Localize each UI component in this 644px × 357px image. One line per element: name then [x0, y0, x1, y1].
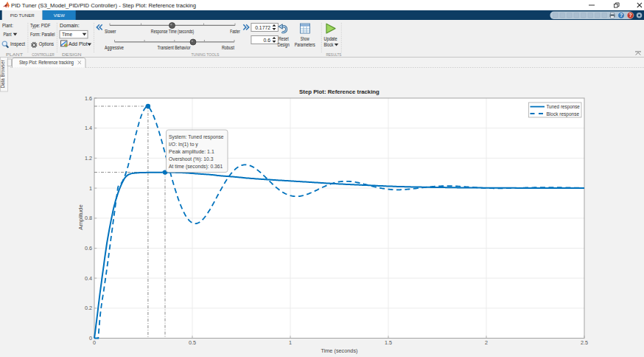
svg-text:PLANT: PLANT: [6, 52, 23, 57]
svg-text:PID TUNER: PID TUNER: [10, 13, 35, 18]
svg-text:0: 0: [89, 335, 92, 342]
svg-text:Time (seconds): Time (seconds): [321, 347, 357, 354]
svg-text:0.8: 0.8: [85, 215, 92, 221]
svg-text:0.6: 0.6: [264, 38, 271, 43]
svg-text:Options: Options: [39, 41, 55, 47]
svg-text:1: 1: [289, 339, 292, 346]
svg-text:2.5: 2.5: [581, 339, 588, 346]
svg-text:0.4: 0.4: [85, 275, 92, 282]
svg-text:Show: Show: [301, 36, 309, 41]
svg-text:CONTROLLER: CONTROLLER: [32, 52, 55, 57]
svg-text:Inspect: Inspect: [10, 41, 25, 47]
svg-text:VIEW: VIEW: [54, 13, 65, 18]
svg-text:Overshoot (%): 10.3: Overshoot (%): 10.3: [169, 156, 213, 162]
svg-text:Response Time (seconds): Response Time (seconds): [151, 29, 194, 35]
svg-text:Faster: Faster: [230, 29, 240, 34]
svg-text:1.4: 1.4: [85, 125, 92, 131]
svg-text:Data Browser: Data Browser: [0, 60, 5, 89]
svg-text:Type: PIDF: Type: PIDF: [30, 23, 51, 29]
svg-text:Robust: Robust: [222, 45, 234, 50]
svg-text:Time: Time: [62, 32, 72, 37]
svg-text:0.5: 0.5: [189, 339, 196, 346]
svg-text:Tuned response: Tuned response: [547, 104, 580, 110]
svg-text:Amplitude: Amplitude: [77, 204, 84, 230]
svg-text:Reset: Reset: [279, 36, 289, 41]
svg-text:0.2: 0.2: [85, 305, 92, 311]
svg-text:TUNING TOOLS: TUNING TOOLS: [191, 52, 219, 57]
svg-text:Add Plot: Add Plot: [69, 41, 88, 46]
svg-text:Block response: Block response: [547, 111, 580, 117]
svg-text:Transient Behavior: Transient Behavior: [158, 45, 192, 50]
svg-text:At time (seconds): 0.361: At time (seconds): 0.361: [169, 163, 223, 170]
svg-text:Aggressive: Aggressive: [105, 45, 124, 51]
svg-text:1.5: 1.5: [385, 339, 392, 346]
svg-text:Step Plot: Reference tracking: Step Plot: Reference tracking: [299, 89, 379, 95]
svg-text:0.6: 0.6: [85, 245, 92, 252]
svg-text:I/O: In(1) to y: I/O: In(1) to y: [169, 141, 198, 148]
svg-text:Block: Block: [324, 42, 335, 47]
svg-text:?: ?: [620, 13, 623, 18]
svg-text:1: 1: [89, 185, 92, 192]
svg-text:Design: Design: [278, 42, 290, 48]
svg-text:RESULTS: RESULTS: [326, 52, 341, 57]
svg-text:DESIGN: DESIGN: [62, 52, 82, 57]
svg-text:System: Tuned response: System: Tuned response: [169, 134, 224, 140]
svg-text:Domain:: Domain:: [60, 23, 80, 28]
svg-text:0: 0: [93, 339, 96, 346]
svg-text:Plant:: Plant:: [2, 23, 13, 28]
svg-text:Parameters: Parameters: [295, 42, 316, 47]
svg-text:Form: Parallel: Form: Parallel: [30, 32, 55, 37]
svg-text:Slower: Slower: [105, 29, 116, 34]
svg-text:1.6: 1.6: [85, 95, 92, 102]
svg-text:Step Plot: Reference tracking: Step Plot: Reference tracking: [19, 60, 74, 66]
svg-text:PID Tuner (S3_Model_PID/PID Co: PID Tuner (S3_Model_PID/PID Controller) …: [11, 2, 196, 9]
svg-text:0.1772: 0.1772: [255, 25, 270, 30]
svg-text:?: ?: [629, 13, 631, 18]
svg-text:2: 2: [485, 339, 488, 346]
svg-text:Peak amplitude: 1.1: Peak amplitude: 1.1: [169, 148, 214, 155]
svg-text:1.2: 1.2: [85, 155, 92, 162]
svg-text:Plant: Plant: [4, 32, 12, 37]
